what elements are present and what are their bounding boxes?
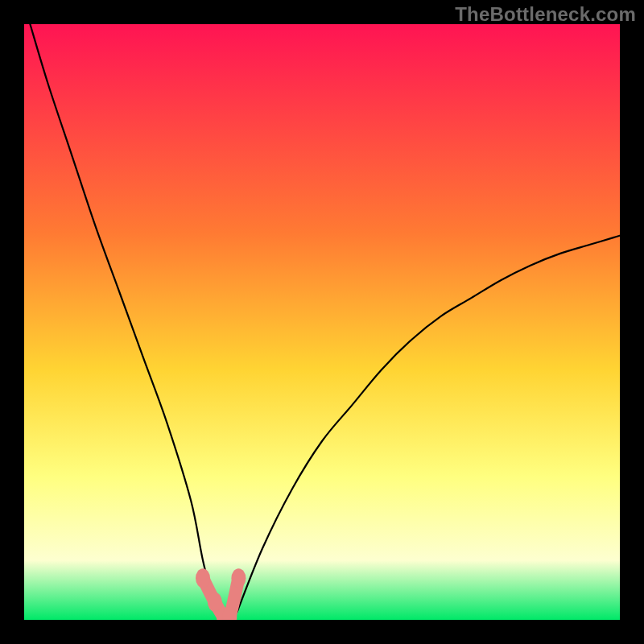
- bottleneck-chart: [24, 24, 620, 620]
- chart-frame: TheBottleneck.com: [0, 0, 644, 644]
- marker-point: [231, 568, 246, 588]
- watermark-text: TheBottleneck.com: [455, 3, 636, 26]
- gradient-background: [24, 24, 620, 620]
- marker-point: [196, 568, 210, 588]
